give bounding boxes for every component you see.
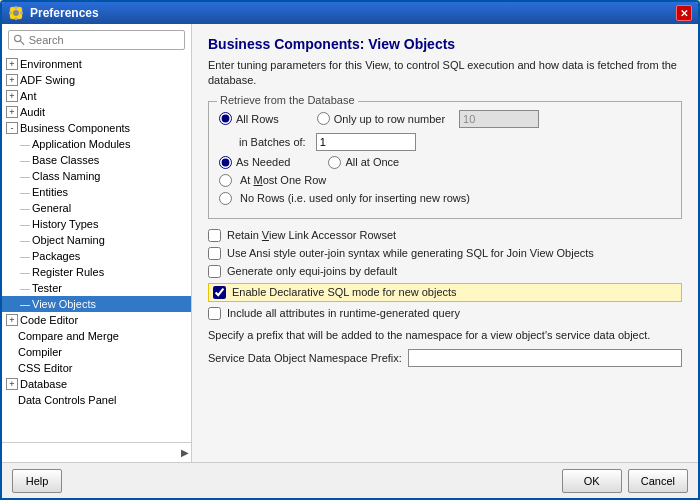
sidebar-item-base-classes[interactable]: — Base Classes <box>2 152 191 168</box>
cancel-button[interactable]: Cancel <box>628 469 688 493</box>
radio-all-rows[interactable] <box>219 112 232 125</box>
declarative-label: Enable Declarative SQL mode for new obje… <box>232 286 457 298</box>
equi-joins-label: Generate only equi-joins by default <box>227 265 397 277</box>
sidebar-item-ant[interactable]: + Ant <box>2 88 191 104</box>
only-up-to-value[interactable] <box>459 110 539 128</box>
as-needed-label: As Needed <box>236 156 290 168</box>
all-at-once-label: All at Once <box>345 156 399 168</box>
row-no-rows: No Rows (i.e. used only for inserting ne… <box>219 192 671 205</box>
sidebar-item-view-objects[interactable]: — View Objects <box>2 296 191 312</box>
checkbox-retain[interactable] <box>208 229 221 242</box>
all-rows-label: All Rows <box>236 113 279 125</box>
sidebar-item-packages[interactable]: — Packages <box>2 248 191 264</box>
toggle-environment[interactable]: + <box>6 58 18 70</box>
sidebar-item-audit[interactable]: + Audit <box>2 104 191 120</box>
ok-button[interactable]: OK <box>562 469 622 493</box>
toggle-ant[interactable]: + <box>6 90 18 102</box>
toggle-code-editor[interactable]: + <box>6 314 18 326</box>
batches-value[interactable] <box>316 133 416 151</box>
radio-as-needed[interactable] <box>219 156 232 169</box>
sidebar-item-database[interactable]: + Database <box>2 376 191 392</box>
close-button[interactable]: ✕ <box>676 5 692 21</box>
row-batches: in Batches of: <box>219 133 671 151</box>
checkbox-equi-joins[interactable] <box>208 265 221 278</box>
content-title: Business Components: View Objects <box>208 36 682 52</box>
sidebar-item-class-naming[interactable]: — Class Naming <box>2 168 191 184</box>
radio-group-all-rows: All Rows <box>219 112 279 125</box>
retain-label: Retain View Link Accessor Rowset <box>227 229 396 241</box>
sidebar-item-compiler[interactable]: Compiler <box>2 344 191 360</box>
include-all-label: Include all attributes in runtime-genera… <box>227 307 460 319</box>
sidebar: + Environment + ADF Swing + Ant + Audit <box>2 24 192 462</box>
service-row: Service Data Object Namespace Prefix: <box>208 349 682 367</box>
svg-point-6 <box>15 35 21 41</box>
search-box <box>8 30 185 50</box>
sidebar-item-code-editor[interactable]: + Code Editor <box>2 312 191 328</box>
search-icon <box>13 33 26 47</box>
svg-line-7 <box>21 41 25 45</box>
radio-only-up-to[interactable] <box>317 112 330 125</box>
sidebar-item-history-types[interactable]: — History Types <box>2 216 191 232</box>
radio-group-all-at-once: All at Once <box>328 156 399 169</box>
title-bar: Preferences ✕ <box>2 2 698 24</box>
preferences-icon <box>8 5 24 21</box>
sidebar-item-general[interactable]: — General <box>2 200 191 216</box>
title-bar-left: Preferences <box>8 5 99 21</box>
svg-rect-5 <box>20 12 23 14</box>
sidebar-item-object-naming[interactable]: — Object Naming <box>2 232 191 248</box>
in-batches-label: in Batches of: <box>239 136 306 148</box>
checkbox-ansi[interactable] <box>208 247 221 260</box>
sidebar-item-environment[interactable]: + Environment <box>2 56 191 72</box>
sidebar-item-application-modules[interactable]: — Application Modules <box>2 136 191 152</box>
toggle-database[interactable]: + <box>6 378 18 390</box>
toggle-adf-swing[interactable]: + <box>6 74 18 86</box>
service-input[interactable] <box>408 349 682 367</box>
bottom-description: Specify a prefix that will be added to t… <box>208 328 682 343</box>
checkbox-declarative[interactable] <box>213 286 226 299</box>
checkbox-row-declarative: Enable Declarative SQL mode for new obje… <box>208 283 682 302</box>
tree-container: + Environment + ADF Swing + Ant + Audit <box>2 56 191 442</box>
search-input[interactable] <box>29 34 180 46</box>
toggle-audit[interactable]: + <box>6 106 18 118</box>
svg-rect-4 <box>9 12 12 14</box>
main-content: + Environment + ADF Swing + Ant + Audit <box>2 24 698 462</box>
svg-rect-2 <box>15 6 17 9</box>
radio-group-only-up-to: Only up to row number <box>317 112 445 125</box>
sidebar-item-data-controls-panel[interactable]: Data Controls Panel <box>2 392 191 408</box>
footer-right: OK Cancel <box>562 469 688 493</box>
checkbox-row-include-all: Include all attributes in runtime-genera… <box>208 307 682 320</box>
no-rows-label: No Rows (i.e. used only for inserting ne… <box>240 192 470 204</box>
window-title: Preferences <box>30 6 99 20</box>
checkbox-include-all[interactable] <box>208 307 221 320</box>
row-at-most-one: At Most One Row <box>219 174 671 187</box>
sidebar-item-adf-swing[interactable]: + ADF Swing <box>2 72 191 88</box>
checkbox-row-ansi: Use Ansi style outer-join syntax while g… <box>208 247 682 260</box>
radio-no-rows[interactable] <box>219 192 232 205</box>
group-box-label: Retrieve from the Database <box>217 94 358 106</box>
svg-rect-3 <box>15 17 17 20</box>
at-most-one-label: At Most One Row <box>240 174 326 186</box>
checkbox-row-equi-joins: Generate only equi-joins by default <box>208 265 682 278</box>
content-area: Business Components: View Objects Enter … <box>192 24 698 462</box>
help-button[interactable]: Help <box>12 469 62 493</box>
toggle-business-components[interactable]: - <box>6 122 18 134</box>
sidebar-scroll-right[interactable]: ▶ <box>181 447 189 458</box>
ansi-label: Use Ansi style outer-join syntax while g… <box>227 247 594 259</box>
sidebar-item-compare-merge[interactable]: Compare and Merge <box>2 328 191 344</box>
sidebar-item-entities[interactable]: — Entities <box>2 184 191 200</box>
sidebar-item-business-components[interactable]: - Business Components <box>2 120 191 136</box>
service-label: Service Data Object Namespace Prefix: <box>208 352 402 364</box>
radio-at-most-one[interactable] <box>219 174 232 187</box>
sidebar-item-register-rules[interactable]: — Register Rules <box>2 264 191 280</box>
only-up-to-label: Only up to row number <box>334 113 445 125</box>
row-all-rows: All Rows Only up to row number <box>219 110 671 128</box>
preferences-window: Preferences ✕ + Environment <box>0 0 700 500</box>
radio-group-as-needed: As Needed <box>219 156 290 169</box>
retrieve-group-box: Retrieve from the Database All Rows Only… <box>208 101 682 219</box>
radio-all-at-once[interactable] <box>328 156 341 169</box>
sidebar-item-css-editor[interactable]: CSS Editor <box>2 360 191 376</box>
footer: Help OK Cancel <box>2 462 698 498</box>
sidebar-item-tester[interactable]: — Tester <box>2 280 191 296</box>
content-description: Enter tuning parameters for this View, t… <box>208 58 682 89</box>
svg-point-1 <box>13 10 19 16</box>
